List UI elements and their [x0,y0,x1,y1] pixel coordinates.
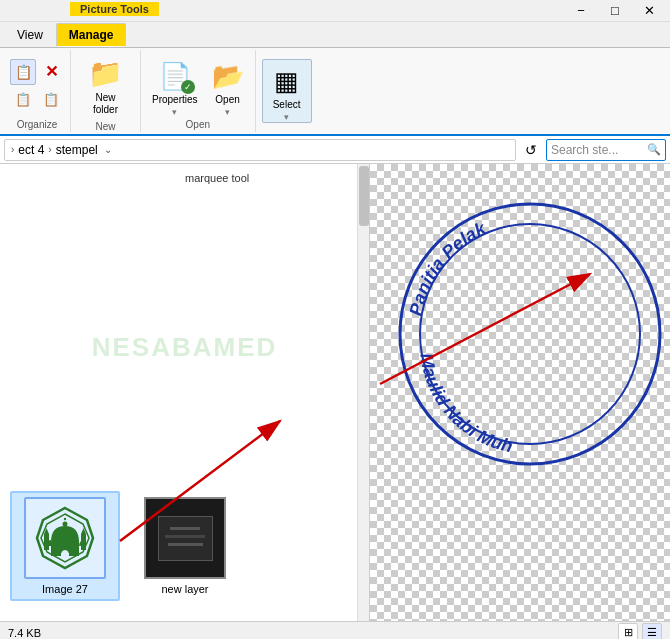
new-group-label: New [95,121,115,132]
new-group: 📁 Newfolder New [71,50,141,132]
mosque-icon [31,504,99,572]
path-part2: stempel [56,143,98,157]
title-bar-controls: − □ ✕ [564,0,666,22]
search-icon[interactable]: 🔍 [647,143,661,156]
new-folder-button[interactable]: 📁 Newfolder [79,52,132,121]
organize-btn-2[interactable]: ✕ [38,59,64,85]
minimize-button[interactable]: − [564,0,598,22]
watermark: NESABAMED [92,331,278,362]
scroll-thumb[interactable] [359,166,369,226]
tab-view[interactable]: View [4,23,56,47]
select-button[interactable]: ▦ Select ▾ [262,59,312,123]
organize-btn-3[interactable]: 📋 [10,87,36,113]
open-group: 📄 ✓ Properties ▾ 📂 Open ▾ Open [141,50,256,132]
select-group: ▦ Select ▾ [256,50,318,132]
scrollbar[interactable] [357,164,369,621]
svg-rect-5 [81,534,86,550]
svg-point-8 [63,522,68,527]
search-input-text: Search ste... [551,143,618,157]
status-bar: 7.4 KB ⊞ ☰ [0,621,670,639]
file-item-newlayer[interactable]: new layer [130,491,240,601]
organize-group: 📋 ✕ 📋 📋 Organize [4,50,71,132]
open-button[interactable]: 📂 Open ▾ [207,54,249,118]
svg-point-12 [400,204,660,464]
path-part1: ect 4 [18,143,44,157]
maximize-button[interactable]: □ [598,0,632,22]
file-size-label: 7.4 KB [8,627,41,639]
file-panel: marquee tool NESABAMED [0,164,370,621]
grid-view-button[interactable]: ⊞ [618,623,638,640]
stamp-svg: Panitia Pelak Maulid Nabi Muh [390,194,670,474]
svg-text:Maulid Nabi Muh: Maulid Nabi Muh [416,352,514,457]
refresh-button[interactable]: ↺ [520,139,542,161]
search-box[interactable]: Search ste... 🔍 [546,139,666,161]
address-path[interactable]: › ect 4 › stempel ⌄ [4,139,516,161]
close-button[interactable]: ✕ [632,0,666,22]
organize-btn-1[interactable]: 📋 [10,59,36,85]
marquee-tool-label: marquee tool [185,172,249,184]
list-view-button[interactable]: ☰ [642,623,662,640]
organize-btn-4[interactable]: 📋 [38,87,64,113]
tab-manage[interactable]: Manage [56,23,127,47]
picture-tools-label: Picture Tools [70,2,159,16]
view-controls: ⊞ ☰ [618,623,662,640]
svg-point-9 [64,518,66,520]
organize-label: Organize [17,119,58,130]
file-item-image27[interactable]: Image 27 [10,491,120,601]
open-group-label: Open [186,119,210,130]
svg-rect-3 [44,534,49,550]
properties-button[interactable]: 📄 ✓ Properties ▾ [147,54,203,118]
svg-rect-7 [61,553,69,556]
file-name-image27: Image 27 [42,583,88,595]
right-panel: Panitia Pelak Maulid Nabi Muh [370,164,670,621]
file-name-newlayer: new layer [161,583,208,595]
